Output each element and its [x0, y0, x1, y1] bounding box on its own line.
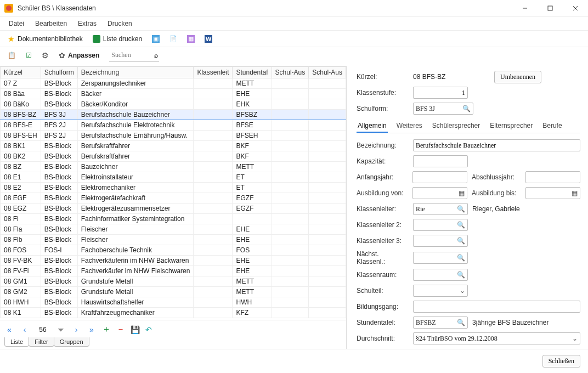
table-row[interactable]: 08 E2BS-BlockElektromechanikerET — [1, 183, 347, 193]
col-header[interactable]: Schul-Aus — [272, 67, 309, 78]
table-row[interactable]: 08 FlbBS-BlockFleischerEHE — [1, 235, 347, 245]
nav-first[interactable]: « — [4, 325, 14, 334]
tool-icon-1[interactable]: ▣ — [149, 33, 163, 44]
print-list-button[interactable]: Liste drucken — [89, 33, 145, 44]
menu-extras[interactable]: Extras — [74, 18, 101, 29]
table-row[interactable]: 08 FiBS-BlockFachinformatiker Systeminte… — [1, 214, 347, 224]
svg-rect-1 — [548, 6, 552, 10]
undo-button[interactable]: ↶ — [145, 325, 152, 334]
col-header[interactable]: Schul-Aus — [309, 67, 346, 78]
table-row[interactable]: 08 BFS-EBFS 2JBerufsfachschule Elektrote… — [1, 120, 347, 131]
kl2-combo[interactable]: 🔍 — [413, 219, 468, 231]
col-header[interactable]: Stundentaf — [233, 67, 272, 78]
table-row[interactable]: 08 K1BS-BlockKraftfahrzeugmechanikerKFZ — [1, 308, 347, 318]
abschlussjahr-input[interactable] — [525, 171, 580, 183]
search-icon: 🔍 — [455, 254, 465, 262]
clipboard-icon: 📋 — [8, 52, 16, 59]
table-row[interactable]: 08 FV-BKBS-BlockFachverkäuferin im NHW B… — [1, 256, 347, 266]
customize-button[interactable]: ✿Anpassen — [55, 49, 103, 61]
col-header[interactable]: Bezeichnung — [77, 67, 194, 78]
col-header[interactable]: Kürzel — [1, 67, 41, 78]
tool-icon-3[interactable]: ▦ — [184, 33, 198, 44]
table-row[interactable]: 08 BK2BS-BlockBerufskraftfahrerBKF — [1, 151, 347, 162]
rename-button[interactable]: Umbenennen — [494, 71, 541, 83]
table-row[interactable]: 08 BK1BS-BlockBerufskraftfahrerBKF — [1, 141, 347, 151]
chevron-down-icon: ⌄ — [457, 287, 465, 295]
menu-drucken[interactable]: Drucken — [103, 18, 137, 29]
table-row[interactable]: 08 FV-FlBS-BlockFachverkäufer im NHW Fle… — [1, 266, 347, 276]
table-row[interactable]: 08 FOSFOS-IFachoberschule TechnikFOS — [1, 245, 347, 256]
abschlussjahr-lbl: Abschlussjahr: — [472, 173, 521, 181]
table-row[interactable]: 08 BFS-BZBFS 3JBerufsfachschule Bauzeich… — [1, 110, 347, 120]
bottom-tab-liste[interactable]: Liste — [4, 337, 29, 347]
search-input[interactable] — [110, 50, 154, 60]
save-button[interactable]: 💾 — [131, 325, 140, 334]
table-row[interactable]: 08 BZBS-BlockBauzeichnerMETT — [1, 162, 347, 172]
maximize-button[interactable] — [538, 0, 563, 16]
detail-tab-2[interactable]: Schülersprecher — [431, 120, 481, 133]
kl1-combo[interactable]: Rie🔍 — [413, 203, 468, 215]
table-row[interactable]: 08 EGZBS-BlockElektrogerätezusammensetze… — [1, 204, 347, 214]
table-row[interactable]: 08 GM1BS-BlockGrundstufe MetallMETT — [1, 276, 347, 287]
detail-tab-0[interactable]: Allgemein — [357, 120, 388, 133]
class-table[interactable]: KürzelSchulformBezeichnungKlassenleitStu… — [0, 66, 346, 318]
check-button[interactable]: ☑ — [22, 50, 35, 61]
tool-icon-4[interactable]: W — [201, 33, 216, 44]
menu-datei[interactable]: Datei — [4, 18, 29, 29]
bottom-tab-gruppen[interactable]: Gruppen — [54, 337, 89, 347]
col-header[interactable]: Klassenleit — [194, 67, 233, 78]
bezeichnung-input[interactable] — [413, 139, 580, 151]
detail-tab-4[interactable]: Berufe — [541, 120, 563, 133]
menu-bearbeiten[interactable]: Bearbeiten — [31, 18, 71, 29]
ausb-bis-input[interactable]: ▦ — [525, 187, 580, 199]
nav-prev[interactable]: ‹ — [20, 325, 30, 334]
klassenraum-combo[interactable]: 🔍 — [413, 269, 468, 281]
anfangsjahr-input[interactable] — [412, 171, 467, 183]
tool-icon-2[interactable]: 📄 — [166, 33, 180, 44]
table-row[interactable]: 08 HWHBS-BlockHauswirtschaftshelferHWH — [1, 297, 347, 308]
doclib-label: Dokumentenbibliothek — [18, 35, 83, 43]
naechst-kl-combo[interactable]: 🔍 — [413, 252, 468, 264]
kapazitaet-input[interactable] — [413, 155, 468, 167]
table-row[interactable]: 08 E1BS-BlockElektroinstallateurET — [1, 172, 347, 183]
close-button[interactable] — [563, 0, 588, 16]
bottom-tab-filter[interactable]: Filter — [29, 337, 54, 347]
schulform-combo[interactable]: BFS 3J 🔍 — [413, 103, 473, 115]
klassenstufe-input[interactable] — [413, 87, 468, 99]
bildungsgang-input[interactable] — [413, 301, 580, 313]
detail-tab-1[interactable]: Weiteres — [395, 120, 423, 133]
clipboard-button[interactable]: 📋 — [4, 50, 19, 61]
col-header[interactable]: Anfangsja — [346, 67, 346, 78]
search-box[interactable]: ⌕ — [109, 49, 159, 61]
add-button[interactable]: ＋ — [102, 324, 111, 335]
durchschnitt-combo[interactable]: §24 ThürBSO vom 29.12.2008⌄ — [413, 332, 580, 344]
table-row[interactable]: 08 GM2BS-BlockGrundstufe MetallMETT — [1, 287, 347, 297]
ausb-von-input[interactable]: ▦ — [412, 187, 467, 199]
minimize-button[interactable] — [512, 0, 538, 16]
col-header[interactable]: Schulform — [41, 67, 77, 78]
close-bottom-button[interactable]: Schließen — [542, 355, 580, 368]
gear-button[interactable]: ⚙ — [38, 49, 52, 61]
doclib-button[interactable]: ★ Dokumentenbibliothek — [4, 33, 86, 45]
remove-button[interactable]: － — [116, 324, 125, 335]
schulteil-combo[interactable]: ⌄ — [413, 285, 468, 297]
klassenraum-lbl: Klassenraum: — [357, 271, 409, 279]
detail-tab-3[interactable]: Elternsprecher — [489, 120, 534, 133]
window-title: Schüler BS \ Klassendaten — [18, 4, 96, 12]
gear-icon: ✿ — [59, 51, 65, 60]
stundentafel-combo[interactable]: BFSBZ🔍 — [413, 317, 468, 329]
table-row[interactable]: 07 ZBS-BlockZerspanungstechnikerMETT — [1, 78, 347, 89]
table-row[interactable]: 08 BFS-EHBFS 2JBerufsfachschule Ernährun… — [1, 131, 347, 141]
record-number: 56 — [35, 326, 50, 334]
kl3-combo[interactable]: 🔍 — [413, 235, 468, 247]
gear-icon: ⚙ — [42, 51, 49, 60]
table-row[interactable]: 08 BäKoBS-BlockBäcker/KonditorEHK — [1, 99, 347, 110]
table-row[interactable]: 08 EGFBS-BlockElektrogerätefachkraftEGZF — [1, 193, 347, 204]
table-row[interactable]: 08 BäaBS-BlockBäckerEHE — [1, 89, 347, 99]
customize-label: Anpassen — [68, 52, 99, 59]
chevron-down-icon: ⌄ — [570, 335, 578, 343]
filter-icon[interactable]: ⏷ — [56, 325, 66, 334]
table-row[interactable]: 08 FlaBS-BlockFleischerEHE — [1, 224, 347, 235]
nav-next[interactable]: › — [71, 325, 81, 334]
nav-last[interactable]: » — [87, 325, 97, 334]
